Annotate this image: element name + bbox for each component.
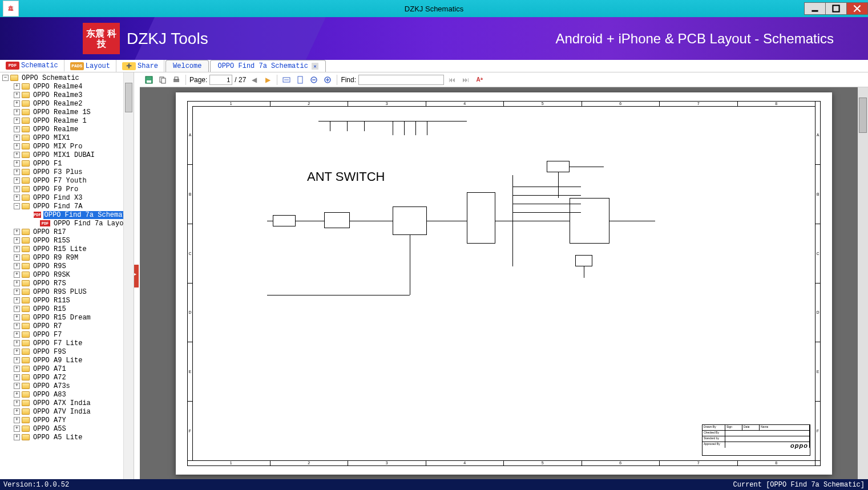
expander-icon[interactable]: +	[14, 152, 20, 158]
tree-item[interactable]: +OPPO F1	[0, 159, 134, 168]
zoom-out-button[interactable]	[308, 74, 320, 86]
expander-icon[interactable]: +	[14, 126, 20, 132]
expander-icon[interactable]: +	[14, 434, 20, 440]
content-scrollbar[interactable]	[858, 87, 868, 479]
expander-icon[interactable]: +	[14, 100, 20, 107]
zoom-in-button[interactable]	[322, 74, 333, 86]
tree-item[interactable]: +OPPO F7	[0, 330, 134, 339]
tree-item[interactable]: +OPPO A73s	[0, 382, 134, 390]
expander-icon[interactable]: +	[14, 135, 20, 141]
tree-item[interactable]: +OPPO A9 Lite	[0, 356, 134, 365]
tree-item[interactable]: +OPPO MIX1	[0, 133, 134, 142]
expander-icon[interactable]: +	[14, 314, 20, 321]
expander-icon[interactable]: +	[14, 340, 20, 346]
tab-share[interactable]: ➕ Share	[116, 60, 164, 72]
expander-icon[interactable]: +	[14, 383, 20, 389]
expander-icon[interactable]: +	[14, 246, 20, 252]
tree-item[interactable]: +OPPO R9S	[0, 262, 134, 270]
expander-icon[interactable]: −	[2, 75, 9, 81]
page-input[interactable]	[209, 75, 232, 85]
tab-layout[interactable]: PADS Layout	[64, 60, 116, 72]
doc-tab-current[interactable]: OPPO Find 7a Schematic ✕	[210, 60, 325, 72]
expander-icon[interactable]: +	[14, 323, 20, 329]
prev-page-button[interactable]: ◀	[248, 74, 260, 86]
tree-leaf-schematic[interactable]: PDFOPPO Find 7a Schematic	[0, 210, 134, 219]
save-button[interactable]	[143, 74, 155, 86]
tree-item[interactable]: +OPPO A7Y	[0, 416, 134, 424]
expander-icon[interactable]: +	[14, 109, 20, 115]
expander-icon[interactable]: +	[14, 118, 20, 124]
fit-page-button[interactable]	[294, 74, 306, 86]
expander-icon[interactable]: +	[14, 331, 20, 338]
close-button[interactable]	[846, 2, 868, 15]
expander-icon[interactable]: +	[14, 195, 20, 201]
tree-item[interactable]: +OPPO F9S	[0, 347, 134, 356]
expander-icon[interactable]: +	[14, 400, 20, 406]
fit-width-button[interactable]	[281, 74, 292, 86]
tree-item[interactable]: +OPPO Realme 1	[0, 116, 134, 125]
tree-item[interactable]: +OPPO R9S PLUS	[0, 287, 134, 296]
close-icon[interactable]: ✕	[312, 63, 318, 70]
minimize-button[interactable]	[804, 2, 826, 15]
tree-item[interactable]: +OPPO A7X India	[0, 399, 134, 407]
tree-item[interactable]: +OPPO MIX Pro	[0, 142, 134, 151]
tree-item[interactable]: +OPPO Realme 1S	[0, 108, 134, 116]
expander-icon[interactable]: +	[14, 254, 20, 261]
expander-icon[interactable]: +	[14, 374, 20, 380]
tree-item[interactable]: +OPPO R15 Lite	[0, 245, 134, 253]
tree-item[interactable]: +OPPO A5 Lite	[0, 433, 134, 442]
expander-icon[interactable]: +	[14, 263, 20, 269]
expander-icon[interactable]: +	[14, 366, 20, 372]
tree-item[interactable]: +OPPO F7 Youth	[0, 176, 134, 185]
tree-item[interactable]: +OPPO R17	[0, 228, 134, 236]
expander-icon[interactable]: +	[14, 237, 20, 244]
tab-schematic[interactable]: PDF Schematic	[0, 60, 64, 72]
tree-item[interactable]: +OPPO A83	[0, 390, 134, 399]
tree-leaf-layout[interactable]: PDFOPPO Find 7a Layout	[0, 219, 134, 228]
tree-item[interactable]: +OPPO Realme2	[0, 99, 134, 108]
doc-tab-welcome[interactable]: Welcome	[165, 60, 209, 72]
expander-icon[interactable]: +	[14, 306, 20, 312]
tree-item[interactable]: +OPPO R15 Dream	[0, 313, 134, 322]
expander-icon[interactable]: +	[14, 357, 20, 363]
maximize-button[interactable]	[825, 2, 847, 15]
print-button[interactable]	[171, 74, 182, 86]
expander-icon[interactable]: +	[14, 92, 20, 98]
tree-item[interactable]: +OPPO MIX1 DUBAI	[0, 151, 134, 159]
tree-item[interactable]: +OPPO Realme	[0, 125, 134, 133]
splitter-handle[interactable]	[134, 265, 139, 287]
tree-item-expanded[interactable]: −OPPO Find 7A	[0, 202, 134, 210]
expander-icon[interactable]: +	[14, 186, 20, 192]
expander-icon[interactable]: +	[14, 143, 20, 149]
find-next-button[interactable]: ⏭	[460, 74, 471, 86]
splitter[interactable]	[134, 72, 140, 479]
expander-icon[interactable]: +	[14, 349, 20, 355]
expander-icon[interactable]: +	[14, 297, 20, 303]
tree-root[interactable]: −OPPO Schematic	[0, 74, 134, 82]
expander-icon[interactable]: +	[14, 426, 20, 432]
tree-item[interactable]: +OPPO A72	[0, 373, 134, 382]
tree-item[interactable]: +OPPO A7V India	[0, 407, 134, 416]
tree-item[interactable]: +OPPO R15	[0, 305, 134, 313]
tree-item[interactable]: +OPPO R9SK	[0, 270, 134, 279]
expander-icon[interactable]: +	[14, 229, 20, 235]
tree-item[interactable]: +OPPO F7 Lite	[0, 339, 134, 347]
tree-item[interactable]: +OPPO Realme4	[0, 82, 134, 91]
expander-icon[interactable]: +	[14, 272, 20, 278]
expander-icon[interactable]: −	[14, 203, 20, 209]
tree-item[interactable]: +OPPO R7S	[0, 279, 134, 287]
find-prev-button[interactable]: ⏮	[446, 74, 458, 86]
sidebar-scrollbar[interactable]	[123, 72, 134, 479]
expander-icon[interactable]: +	[14, 83, 20, 90]
tree-item[interactable]: +OPPO R9 R9M	[0, 253, 134, 262]
tree-item[interactable]: +OPPO R15S	[0, 236, 134, 245]
tree-item[interactable]: +OPPO A71	[0, 365, 134, 373]
expander-icon[interactable]: +	[14, 169, 20, 175]
find-input[interactable]	[358, 75, 444, 85]
tree-item[interactable]: +OPPO Realme3	[0, 91, 134, 99]
expander-icon[interactable]: +	[14, 177, 20, 184]
expander-icon[interactable]: +	[14, 391, 20, 398]
expander-icon[interactable]: +	[14, 289, 20, 295]
tree-item[interactable]: +OPPO A5S	[0, 424, 134, 433]
pdf-view[interactable]: 12345678 12345678 ABCDEF ABCDEF ANT SWIT…	[140, 87, 868, 479]
